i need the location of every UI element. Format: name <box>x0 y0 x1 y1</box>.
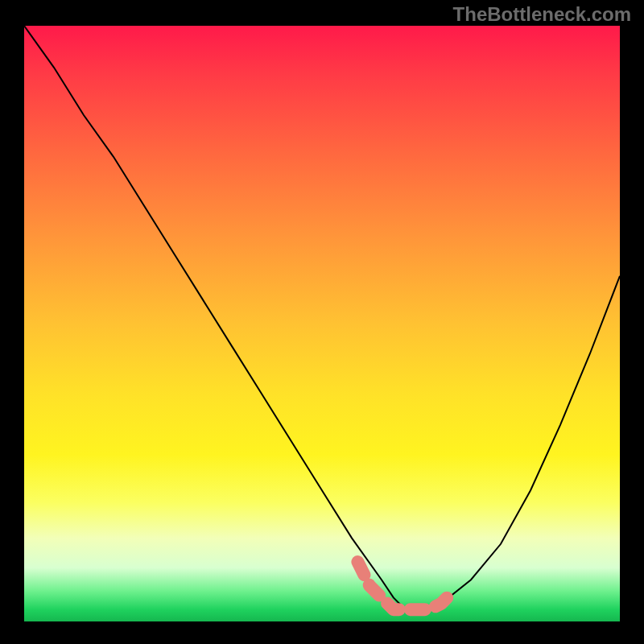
plot-area <box>24 26 620 621</box>
watermark-text: TheBottleneck.com <box>453 3 631 26</box>
curve-svg <box>24 26 620 621</box>
curve-path <box>24 26 620 609</box>
chart-container: TheBottleneck.com <box>0 0 644 644</box>
